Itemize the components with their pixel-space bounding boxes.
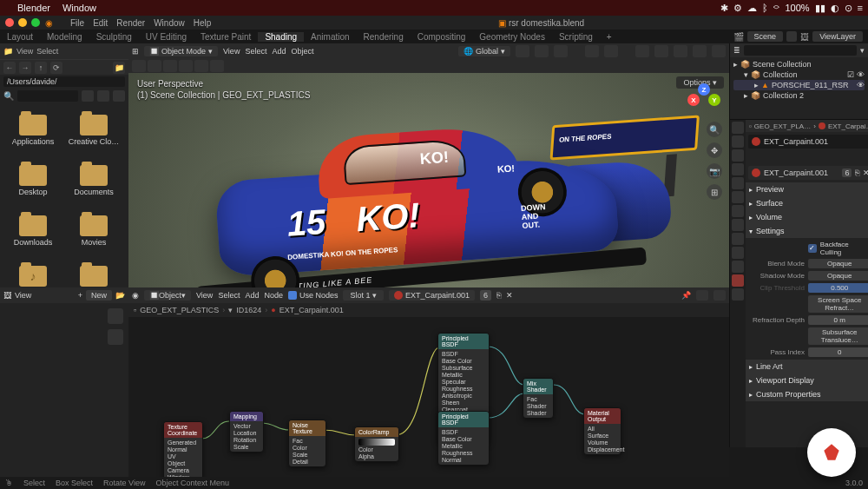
menu-add[interactable]: Add xyxy=(245,291,259,300)
tool-select-icon[interactable] xyxy=(132,60,146,72)
editor-type-icon[interactable]: ◉ xyxy=(132,291,139,300)
backface-checkbox[interactable] xyxy=(808,244,817,253)
path-field[interactable]: /Users/davide/ xyxy=(3,76,125,87)
viewlayer-field[interactable]: ViewLayer xyxy=(812,31,863,42)
tool-scale-icon[interactable] xyxy=(194,60,208,72)
pass-index-field[interactable]: 0 xyxy=(808,347,868,357)
editor-type-icon[interactable]: 🖼 xyxy=(3,291,11,300)
tool-rotate-icon[interactable] xyxy=(179,60,193,72)
menu-edit[interactable]: Edit xyxy=(89,18,111,28)
menu-object[interactable]: Object xyxy=(291,47,313,56)
zoom-icon[interactable] xyxy=(31,18,40,27)
clip-threshold-field[interactable]: 0.500 xyxy=(808,283,868,293)
tab-add[interactable]: + xyxy=(600,32,619,42)
tree-row[interactable]: ▸📦Collection 2 xyxy=(733,90,865,101)
orientation-dropdown[interactable]: 🌐Global▾ xyxy=(458,46,510,56)
panel-settings[interactable]: ▾Settings xyxy=(746,224,868,238)
material-field[interactable]: EXT_Carpaint.001 6 ⎘ ✕ xyxy=(748,166,868,180)
mac-menu-window[interactable]: Window xyxy=(62,3,96,13)
filter-icon[interactable]: ▾ xyxy=(860,46,865,55)
tab-layout[interactable]: Layout xyxy=(0,32,40,42)
refraction-field[interactable]: 0 m xyxy=(808,315,868,325)
move-view-icon[interactable]: ✥ xyxy=(707,142,722,158)
shading-solid-icon[interactable] xyxy=(674,45,687,57)
node-noise[interactable]: Noise Texture FacColorScaleDetail xyxy=(288,420,326,467)
axis-y-icon[interactable]: Y xyxy=(708,94,720,106)
tab-material-icon[interactable] xyxy=(732,274,744,287)
unlink-icon[interactable]: ✕ xyxy=(506,291,513,300)
camera-icon[interactable]: 📷 xyxy=(707,163,722,179)
overlay-toggle-icon[interactable] xyxy=(604,45,618,57)
tool-icon[interactable] xyxy=(108,308,123,324)
gizmo-toggle-icon[interactable] xyxy=(585,45,599,57)
nav-gizmo[interactable]: Z Y X xyxy=(687,83,720,116)
sss-toggle[interactable]: Subsurface Transluce… xyxy=(808,327,868,345)
folder-item[interactable]: Movies xyxy=(64,207,123,255)
menu-render[interactable]: Render xyxy=(113,18,148,28)
tab-geonodes[interactable]: Geometry Nodes xyxy=(472,32,552,42)
outliner-icon[interactable]: ≣ xyxy=(733,46,740,55)
folder-item[interactable]: Applications xyxy=(3,106,62,155)
tab-texpaint[interactable]: Texture Paint xyxy=(194,32,258,42)
menu-select[interactable]: Select xyxy=(36,47,58,56)
tab-modifier-icon[interactable] xyxy=(732,205,744,217)
menu-help[interactable]: Help xyxy=(190,18,215,28)
tab-texture-icon[interactable] xyxy=(732,288,744,301)
node-canvas[interactable]: Texture Coordinate GeneratedNormalUVObje… xyxy=(128,317,729,477)
shading-render-icon[interactable] xyxy=(712,45,726,57)
app-name[interactable]: Blender xyxy=(17,3,50,13)
zoom-icon[interactable]: 🔍 xyxy=(707,122,722,137)
menu-icon[interactable]: ≡ xyxy=(858,3,863,13)
tab-data-icon[interactable] xyxy=(732,261,744,273)
persp-icon[interactable]: ⊞ xyxy=(707,184,722,200)
tab-object-icon[interactable] xyxy=(732,191,744,203)
tab-physics-icon[interactable] xyxy=(732,233,744,245)
mode-dropdown[interactable]: 🔲Object Mode▾ xyxy=(144,46,218,56)
tab-rendering[interactable]: Rendering xyxy=(357,32,411,42)
snap-icon[interactable] xyxy=(696,290,708,301)
tab-constraint-icon[interactable] xyxy=(732,247,744,259)
panel-volume[interactable]: ▸Volume xyxy=(746,210,868,224)
menu-file[interactable]: File xyxy=(67,18,88,28)
new-button[interactable]: New xyxy=(86,290,112,301)
overlay-icon[interactable] xyxy=(713,290,726,301)
unlink-icon[interactable]: ✕ xyxy=(863,169,868,177)
outliner-search[interactable] xyxy=(744,45,857,56)
menu-view[interactable]: View xyxy=(223,47,240,56)
folder-icon[interactable]: 📁 xyxy=(3,47,13,56)
folder-item[interactable]: Documents xyxy=(64,156,123,205)
tab-scripting[interactable]: Scripting xyxy=(552,32,600,42)
tree-row[interactable]: ▸📦Scene Collection xyxy=(733,59,865,69)
folder-item[interactable]: Downloads xyxy=(3,207,62,255)
menu-view[interactable]: View xyxy=(196,291,213,300)
tool-transform-icon[interactable] xyxy=(210,60,224,72)
tool-move-icon[interactable] xyxy=(163,60,177,72)
panel-preview[interactable]: ▸Preview xyxy=(746,182,868,196)
menu-select[interactable]: Select xyxy=(218,291,240,300)
scene-browse-icon[interactable] xyxy=(786,31,797,42)
proportional-icon[interactable] xyxy=(554,45,568,57)
node-output[interactable]: Material Output AllSurfaceVolumeDisplace… xyxy=(583,407,621,455)
tab-modeling[interactable]: Modeling xyxy=(40,32,89,42)
shadow-mode-dropdown[interactable]: Opaque xyxy=(808,271,868,281)
menu-add[interactable]: Add xyxy=(272,47,286,56)
node-texcoord[interactable]: Texture Coordinate GeneratedNormalUVObje… xyxy=(163,421,203,477)
tab-output-icon[interactable] xyxy=(732,135,744,148)
use-nodes-checkbox[interactable]: Use Nodes xyxy=(288,291,339,300)
close-icon[interactable] xyxy=(5,18,14,27)
tree-row[interactable]: ▾📦Collection☑ 👁 xyxy=(733,69,865,80)
tab-viewlayer-icon[interactable] xyxy=(732,149,744,162)
panel-viewport[interactable]: ▸Viewport Display xyxy=(746,373,868,387)
shield-icon[interactable]: ⎘ xyxy=(855,169,859,177)
panel-surface[interactable]: ▸Surface xyxy=(746,196,868,210)
tab-scene-icon[interactable] xyxy=(732,163,744,175)
menu-window[interactable]: Window xyxy=(150,18,188,28)
panel-lineart[interactable]: ▸Line Art xyxy=(746,360,868,373)
node-principled[interactable]: Principled BSDF BSDFBase ColorMetallicRo… xyxy=(437,411,490,466)
open-icon[interactable]: 📂 xyxy=(115,291,125,300)
domestika-logo[interactable] xyxy=(807,428,856,477)
nav-refresh-icon[interactable]: ⟳ xyxy=(50,62,62,74)
node-mix[interactable]: Mix Shader FacShaderShader xyxy=(523,378,554,419)
tab-sculpting[interactable]: Sculpting xyxy=(89,32,139,42)
menu-select[interactable]: Select xyxy=(245,47,266,56)
